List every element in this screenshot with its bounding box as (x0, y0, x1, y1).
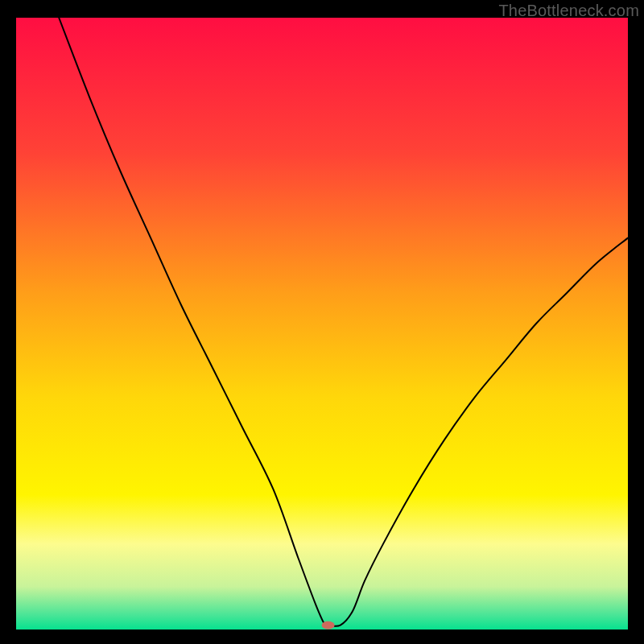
optimal-marker (322, 621, 335, 630)
chart-plot-area (16, 18, 628, 630)
watermark-text: TheBottleneck.com (498, 2, 639, 20)
chart-svg (16, 18, 628, 630)
chart-frame: TheBottleneck.com (0, 0, 644, 644)
